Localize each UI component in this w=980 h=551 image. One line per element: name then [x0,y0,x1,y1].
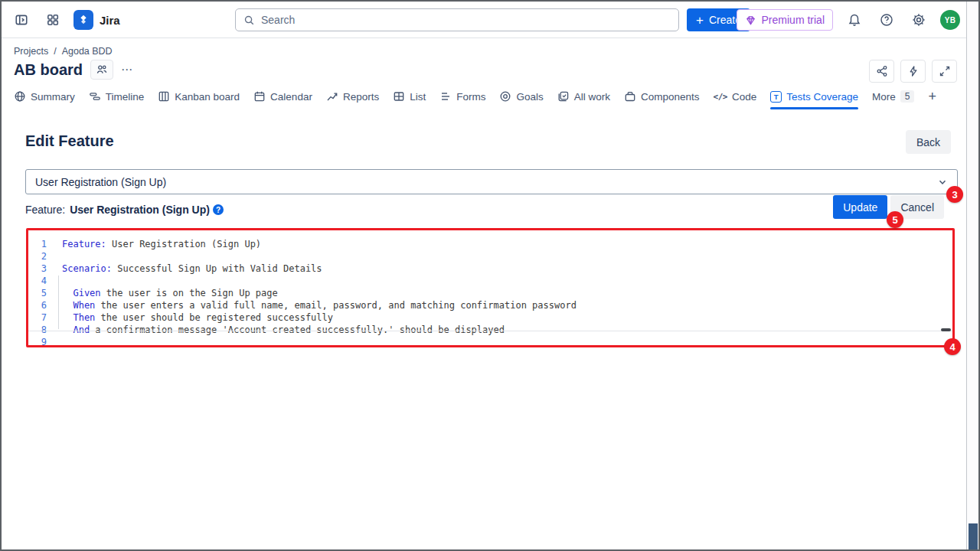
tab-goals-label: Goals [516,91,543,103]
editor-line: 5 Given the user is on the Sign Up page [28,287,952,299]
annotation-badge-5: 5 [887,211,903,228]
annotation-badge-3: 3 [946,186,963,203]
topbar-left-group: Jira [11,2,120,38]
line-number: 7 [28,311,47,324]
premium-trial-label: Premium trial [762,14,825,26]
breadcrumb-separator: / [54,46,56,57]
diamond-icon [745,15,756,26]
tests-coverage-icon: T [770,91,782,103]
timeline-icon [89,90,101,103]
feature-select-value: User Registration (Sign Up) [35,176,166,188]
tab-forms-label: Forms [456,91,485,103]
tab-list[interactable]: List [393,86,426,107]
back-button[interactable]: Back [906,130,951,154]
tab-reports[interactable]: Reports [326,86,379,107]
help-button[interactable] [876,9,897,31]
update-button[interactable]: Update [833,195,887,219]
tab-timeline[interactable]: Timeline [89,86,145,107]
line-number: 6 [28,299,47,311]
component-icon [624,90,636,103]
board-header-actions [869,60,957,83]
sidebar-toggle-icon [15,13,28,27]
tab-timeline-label: Timeline [106,91,145,103]
line-number: 9 [28,336,47,345]
board-tab-bar: Summary Timeline Kanban board [14,86,966,107]
line-number: 1 [28,238,47,250]
gherkin-editor[interactable]: 1Feature: User Registration (Sign Up) 2 … [28,230,952,345]
scrollbar-thumb[interactable] [969,523,978,549]
globe-icon [14,90,26,103]
editor-scrollbar-thumb[interactable] [941,328,951,331]
tab-more[interactable]: More 5 [872,86,914,107]
premium-trial-button[interactable]: Premium trial [737,9,833,31]
table-icon [393,90,405,103]
question-icon [880,13,893,27]
notifications-button[interactable] [844,9,865,31]
breadcrumb-projects[interactable]: Projects [14,46,48,57]
tab-summary[interactable]: Summary [14,86,75,107]
tab-calendar[interactable]: Calendar [253,86,312,107]
tab-summary-label: Summary [31,91,75,103]
more-count-badge: 5 [900,90,915,103]
app-name-label: Jira [100,14,120,27]
board-more-options[interactable]: ⋯ [121,63,133,77]
tab-kanban-label: Kanban board [175,91,240,103]
page-scrollbar[interactable] [966,2,978,549]
calendar-icon [253,90,266,103]
tab-kanban-board[interactable]: Kanban board [158,86,240,107]
tab-components-label: Components [641,91,700,103]
jira-home-link[interactable]: Jira [74,10,120,30]
tab-code[interactable]: </> Code [714,86,757,107]
top-navigation-bar: Jira + Create [2,2,966,38]
tab-list-label: List [410,91,426,103]
topbar-right-group: Premium trial [737,2,960,38]
board-members-button[interactable] [90,60,113,80]
user-avatar[interactable]: YB [940,10,960,30]
stacked-squares-icon [557,90,570,103]
search-input[interactable] [261,14,671,26]
bell-icon [848,13,861,27]
board-columns-icon [158,90,170,103]
code-icon: </> [714,92,727,102]
add-tab-button[interactable]: + [928,89,936,105]
editor-line: 1Feature: User Registration (Sign Up) [28,238,952,250]
feature-name-value: User Registration (Sign Up) [70,204,210,216]
gherkin-keyword: And [62,324,90,335]
app-switcher-button[interactable] [42,9,64,31]
gherkin-keyword: When [62,300,95,311]
editor-line: 4 [28,275,952,287]
global-search[interactable] [235,8,679,31]
editor-line: 8 And a confirmation message 'Account cr… [28,324,952,336]
plus-icon: + [696,14,704,27]
tab-goals[interactable]: Goals [499,86,543,107]
editor-line: 2 [28,250,952,262]
chart-icon [326,90,338,103]
editor-scrollbar-track [28,331,952,331]
tab-tests-coverage[interactable]: T Tests Coverage [770,86,858,107]
app-grid-icon [46,13,60,27]
target-icon [499,90,511,103]
feature-select[interactable]: User Registration (Sign Up) [25,169,958,194]
gherkin-text: Successful Sign Up with Valid Details [112,263,322,274]
screenshot-frame: Jira + Create [0,0,980,551]
automation-button[interactable] [900,60,926,83]
gherkin-keyword: Feature: [62,239,106,249]
feature-prefix: Feature: [25,204,65,216]
breadcrumb-project-name[interactable]: Agoda BDD [62,46,113,57]
fullscreen-button[interactable] [932,60,957,83]
settings-button[interactable] [908,9,929,31]
sidebar-toggle-button[interactable] [11,9,32,31]
editor-line: 7 Then the user should be registered suc… [28,311,952,324]
tab-forms[interactable]: Forms [439,86,485,107]
board-title-row: AB board ⋯ [14,60,133,80]
board-title: AB board [14,61,83,79]
line-number: 4 [28,275,47,287]
feature-help-icon[interactable]: ? [213,204,224,215]
tab-components[interactable]: Components [624,86,700,107]
tab-all-work[interactable]: All work [557,86,610,107]
gherkin-text: a confirmation message 'Account created … [90,324,505,335]
editor-line: 6 When the user enters a valid full name… [28,299,952,311]
share-button[interactable] [869,60,894,83]
tab-all-work-label: All work [574,91,610,103]
gherkin-text: the user should be registered successful… [95,312,333,323]
